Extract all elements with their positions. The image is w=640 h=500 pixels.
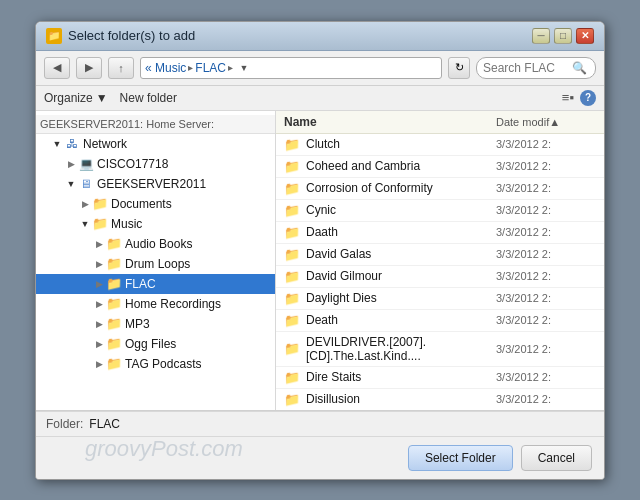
nav-header-label: GEEKSERVER2011: Home Server: [40,118,214,130]
back-button[interactable]: ◀ [44,57,70,79]
nav-toggle-docs: ▶ [78,197,92,211]
nav-toggle-audiobooks: ▶ [92,237,106,251]
nav-item-audiobooks[interactable]: ▶ 📁 Audio Books [36,234,275,254]
close-button[interactable]: ✕ [576,28,594,44]
nav-toggle-music: ▼ [78,217,92,231]
nav-item-cisco[interactable]: ▶ 💻 CISCO17718 [36,154,275,174]
table-row[interactable]: 📁 Corrosion of Conformity 3/3/2012 2: [276,178,604,200]
file-folder-icon: 📁 [284,159,300,174]
window-controls: ─ □ ✕ [532,28,594,44]
nav-toggle-geekserver: ▼ [64,177,78,191]
crumb-sep2: ▸ [228,62,233,73]
file-name: Dire Staits [306,370,496,384]
search-icon: 🔍 [572,61,587,75]
forward-button[interactable]: ▶ [76,57,102,79]
nav-label-audiobooks: Audio Books [125,237,192,251]
new-folder-button[interactable]: New folder [120,91,177,105]
nav-toggle-drumloops: ▶ [92,257,106,271]
nav-label-ogg: Ogg Files [125,337,176,351]
maximize-button[interactable]: □ [554,28,572,44]
table-row[interactable]: 📁 Death 3/3/2012 2: [276,310,604,332]
crumb-flac: FLAC [195,61,226,75]
file-folder-icon: 📁 [284,341,300,356]
folder-drumloops-icon: 📁 [106,256,122,272]
nav-item-documents[interactable]: ▶ 📁 Documents [36,194,275,214]
file-date: 3/3/2012 2: [496,393,596,405]
file-date: 3/3/2012 2: [496,270,596,282]
nav-label-tagpodcasts: TAG Podcasts [125,357,201,371]
file-date: 3/3/2012 2: [496,371,596,383]
table-row[interactable]: 📁 Dire Staits 3/3/2012 2: [276,367,604,389]
nav-item-music[interactable]: ▼ 📁 Music [36,214,275,234]
folder-audiobooks-icon: 📁 [106,236,122,252]
button-bar: Select Folder Cancel [36,436,604,479]
file-name: Clutch [306,137,496,151]
table-row[interactable]: 📁 Daath 3/3/2012 2: [276,222,604,244]
file-date: 3/3/2012 2: [496,204,596,216]
search-box[interactable]: 🔍 [476,57,596,79]
geekserver-icon: 🖥 [78,176,94,192]
nav-item-drumloops[interactable]: ▶ 📁 Drum Loops [36,254,275,274]
nav-item-homerecordings[interactable]: ▶ 📁 Home Recordings [36,294,275,314]
file-folder-icon: 📁 [284,247,300,262]
file-folder-icon: 📁 [284,181,300,196]
address-toolbar: ◀ ▶ ↑ « Music ▸ FLAC ▸ ▼ ↻ 🔍 [36,51,604,86]
file-folder-icon: 📁 [284,313,300,328]
nav-item-flac[interactable]: ▶ 📁 FLAC [36,274,275,294]
organize-toolbar: Organize ▼ New folder ≡▪ ? [36,86,604,111]
folder-music-icon: 📁 [92,216,108,232]
file-date: 3/3/2012 2: [496,292,596,304]
file-folder-icon: 📁 [284,291,300,306]
file-folder-icon: 📁 [284,203,300,218]
dialog-title: Select folder(s) to add [68,28,195,43]
nav-toggle-mp3: ▶ [92,317,106,331]
nav-label-flac: FLAC [125,277,156,291]
table-row[interactable]: 📁 Daylight Dies 3/3/2012 2: [276,288,604,310]
main-content: GEEKSERVER2011: Home Server: ▼ 🖧 Network… [36,111,604,411]
col-date-header: Date modif▲ [496,116,596,128]
file-date: 3/3/2012 2: [496,138,596,150]
folder-mp3-icon: 📁 [106,316,122,332]
col-name-header: Name [284,115,496,129]
address-bar[interactable]: « Music ▸ FLAC ▸ ▼ [140,57,442,79]
file-folder-icon: 📁 [284,225,300,240]
search-input[interactable] [483,61,568,75]
nav-item-tagpodcasts[interactable]: ▶ 📁 TAG Podcasts [36,354,275,374]
table-row[interactable]: 📁 David Galas 3/3/2012 2: [276,244,604,266]
address-dropdown[interactable]: ▼ [237,63,251,73]
folder-flac-icon: 📁 [106,276,122,292]
refresh-button[interactable]: ↻ [448,57,470,79]
nav-item-mp3[interactable]: ▶ 📁 MP3 [36,314,275,334]
table-row[interactable]: 📁 Clutch 3/3/2012 2: [276,134,604,156]
table-row[interactable]: 📁 David Gilmour 3/3/2012 2: [276,266,604,288]
nav-label-drumloops: Drum Loops [125,257,190,271]
up-button[interactable]: ↑ [108,57,134,79]
folder-tagpodcasts-icon: 📁 [106,356,122,372]
file-name: David Gilmour [306,269,496,283]
file-date: 3/3/2012 2: [496,343,596,355]
nav-item-network[interactable]: ▼ 🖧 Network [36,134,275,154]
table-row[interactable]: 📁 Coheed and Cambria 3/3/2012 2: [276,156,604,178]
minimize-button[interactable]: ─ [532,28,550,44]
select-folder-button[interactable]: Select Folder [408,445,513,471]
view-toggle-button[interactable]: ≡▪ [562,90,574,105]
file-date: 3/3/2012 2: [496,226,596,238]
cancel-button[interactable]: Cancel [521,445,592,471]
folder-documents-icon: 📁 [92,196,108,212]
nav-pane: GEEKSERVER2011: Home Server: ▼ 🖧 Network… [36,111,276,410]
nav-item-geekserver[interactable]: ▼ 🖥 GEEKSERVER2011 [36,174,275,194]
table-row[interactable]: 📁 DEVILDRIVER.[2007].[CD].The.Last.Kind.… [276,332,604,367]
file-folder-icon: 📁 [284,392,300,407]
table-row[interactable]: 📁 Disillusion 3/3/2012 2: [276,389,604,410]
nav-label-mp3: MP3 [125,317,150,331]
network-icon: 🖧 [64,136,80,152]
nav-label-cisco: CISCO17718 [97,157,168,171]
organize-button[interactable]: Organize ▼ [44,91,108,105]
help-button[interactable]: ? [580,90,596,106]
cisco-icon: 💻 [78,156,94,172]
dialog-window: 📁 Select folder(s) to add ─ □ ✕ ◀ ▶ ↑ « … [35,21,605,480]
nav-item-ogg[interactable]: ▶ 📁 Ogg Files [36,334,275,354]
nav-label-geekserver: GEEKSERVER2011 [97,177,206,191]
folder-homerecordings-icon: 📁 [106,296,122,312]
table-row[interactable]: 📁 Cynic 3/3/2012 2: [276,200,604,222]
